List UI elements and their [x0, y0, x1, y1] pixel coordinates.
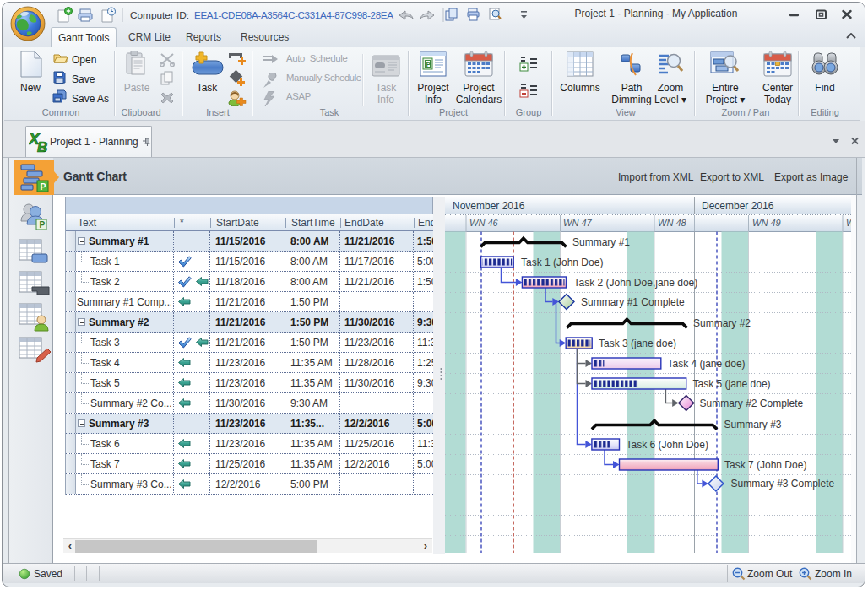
svg-text:WN 46: WN 46 [469, 218, 499, 228]
svg-text:Summary #1 Complete: Summary #1 Complete [581, 296, 685, 308]
svg-text:December 2016: December 2016 [702, 200, 774, 212]
svg-text:Summary #1: Summary #1 [572, 236, 630, 248]
svg-text:Task 5 (jane doe): Task 5 (jane doe) [693, 378, 771, 390]
svg-text:Task 3 (jane doe): Task 3 (jane doe) [599, 338, 676, 349]
svg-text:Summary #3 Complete: Summary #3 Complete [731, 478, 835, 490]
svg-text:Summary #2 Complete: Summary #2 Complete [700, 398, 804, 409]
svg-text:Task 2 (John Doe,jane doe): Task 2 (John Doe,jane doe) [574, 277, 698, 289]
svg-text:Summary #3: Summary #3 [724, 419, 782, 430]
svg-text:Task 7 (John Doe): Task 7 (John Doe) [724, 459, 806, 471]
svg-text:EEA1-CDE08A-A3564C-C331A4-87C9: EEA1-CDE08A-A3564C-C331A4-87C998-28EA [194, 9, 393, 20]
svg-text:Task 6 (John Doe): Task 6 (John Doe) [627, 439, 708, 451]
svg-text:WN 49: WN 49 [752, 218, 781, 228]
svg-text:B: B [37, 139, 47, 154]
svg-text:P: P [40, 220, 46, 230]
svg-text:P: P [426, 61, 431, 68]
svg-text:November 2016: November 2016 [453, 200, 525, 212]
svg-text:Summary #2: Summary #2 [693, 317, 751, 329]
svg-text:Computer ID:: Computer ID: [130, 9, 189, 21]
svg-text:Task 1 (John Doe): Task 1 (John Doe) [521, 257, 603, 268]
svg-text:WN 48: WN 48 [658, 218, 687, 228]
svg-text:WN 47: WN 47 [563, 218, 593, 228]
svg-text:Task 4 (jane doe): Task 4 (jane doe) [668, 358, 746, 370]
svg-text:P: P [41, 181, 46, 192]
